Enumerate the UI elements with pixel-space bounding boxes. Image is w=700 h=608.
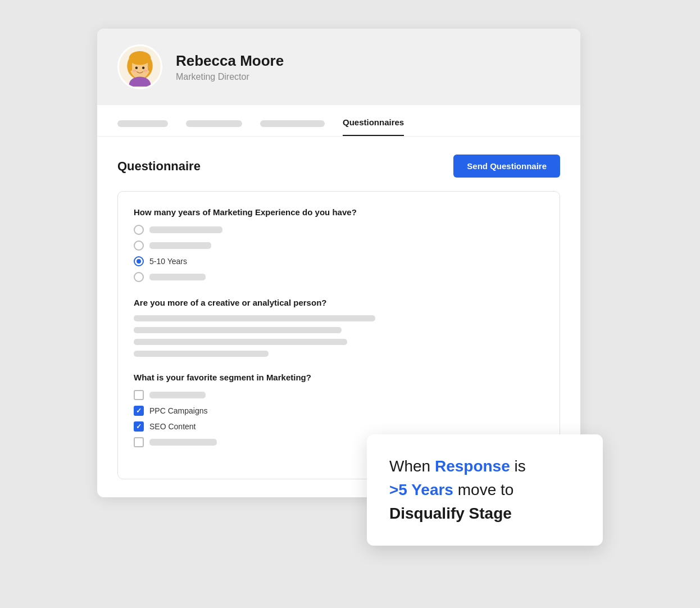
- option-row: [134, 225, 544, 235]
- checkbox-checked[interactable]: [134, 421, 144, 432]
- tab-placeholder-2[interactable]: [186, 120, 242, 127]
- option-placeholder: [149, 439, 217, 446]
- checkbox-checked[interactable]: [134, 406, 144, 416]
- tooltip-card: When Response is >5 Years move to Disqua…: [367, 434, 603, 546]
- question-block-2: Are you more of a creative or analytical…: [134, 298, 544, 357]
- profile-info: Rebecca Moore Marketing Director: [176, 52, 284, 82]
- content-header: Questionnaire Send Questionnaire: [117, 155, 560, 178]
- svg-rect-3: [129, 61, 132, 71]
- option-label: SEO Content: [149, 422, 196, 431]
- tabs-area: Questionnaires: [97, 105, 580, 137]
- svg-point-6: [142, 67, 144, 69]
- question-block-1: How many years of Marketing Experience d…: [134, 207, 544, 282]
- tooltip-line3: Disqualify Stage: [389, 505, 512, 522]
- tooltip-content: When Response is >5 Years move to Disqua…: [389, 455, 580, 525]
- svg-point-9: [129, 77, 151, 87]
- svg-point-8: [143, 70, 147, 72]
- tab-placeholder-1[interactable]: [117, 120, 168, 127]
- answer-line: [134, 339, 347, 345]
- checkbox-row-checked: PPC Campaigns: [134, 406, 544, 416]
- option-label: 5-10 Years: [149, 257, 187, 266]
- option-placeholder: [149, 274, 206, 280]
- radio-unselected[interactable]: [134, 241, 144, 251]
- svg-rect-4: [148, 61, 151, 71]
- option-placeholder: [149, 226, 222, 233]
- question-2-text: Are you more of a creative or analytical…: [134, 298, 544, 307]
- checkbox-unchecked[interactable]: [134, 437, 144, 447]
- tooltip-line1: When Response is: [389, 457, 526, 475]
- checkbox-unchecked[interactable]: [134, 390, 144, 400]
- question-3-text: What is your favorite segment in Marketi…: [134, 373, 544, 382]
- checkbox-row: [134, 390, 544, 400]
- radio-selected[interactable]: [134, 256, 144, 266]
- answer-line: [134, 351, 269, 357]
- profile-name: Rebecca Moore: [176, 52, 284, 70]
- checkbox-row-checked: SEO Content: [134, 421, 544, 432]
- svg-point-2: [129, 51, 151, 65]
- tooltip-line2: >5 Years move to: [389, 481, 513, 498]
- question-1-text: How many years of Marketing Experience d…: [134, 207, 544, 217]
- option-row: [134, 241, 544, 251]
- radio-unselected[interactable]: [134, 225, 144, 235]
- radio-unselected[interactable]: [134, 272, 144, 282]
- svg-point-5: [135, 67, 138, 69]
- option-row: [134, 272, 544, 282]
- main-card: Rebecca Moore Marketing Director Questio…: [97, 29, 580, 497]
- answer-lines: [134, 315, 544, 357]
- profile-title: Marketing Director: [176, 72, 284, 82]
- option-label: PPC Campaigns: [149, 406, 208, 415]
- avatar: [117, 44, 162, 89]
- svg-point-7: [133, 70, 137, 72]
- profile-header: Rebecca Moore Marketing Director: [97, 29, 580, 105]
- answer-line: [134, 315, 375, 321]
- tab-placeholder-3[interactable]: [260, 120, 325, 127]
- option-row-selected: 5-10 Years: [134, 256, 544, 266]
- answer-line: [134, 327, 342, 333]
- option-placeholder: [149, 242, 211, 249]
- tab-questionnaires[interactable]: Questionnaires: [343, 117, 404, 136]
- section-title: Questionnaire: [117, 159, 201, 174]
- option-placeholder: [149, 392, 206, 398]
- send-questionnaire-button[interactable]: Send Questionnaire: [453, 155, 560, 178]
